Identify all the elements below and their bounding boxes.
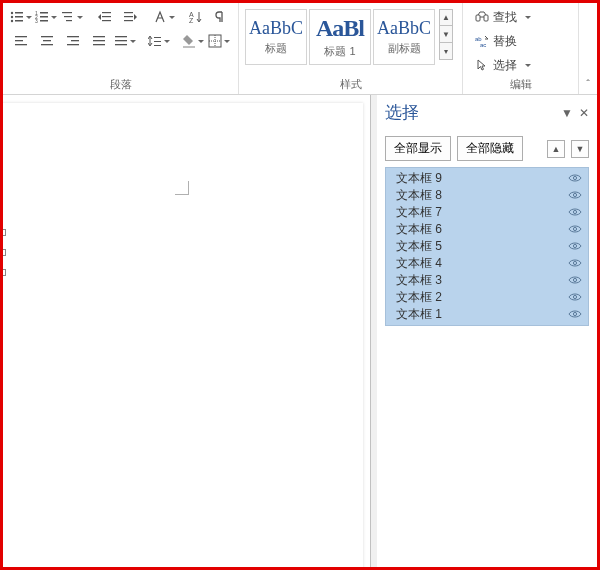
eye-icon[interactable] — [568, 223, 582, 237]
cursor-icon — [475, 58, 489, 72]
numbering-button[interactable]: 123 — [34, 7, 57, 27]
pane-close-button[interactable]: ✕ — [579, 106, 589, 120]
svg-rect-1 — [15, 12, 23, 14]
selection-list: 文本框 9文本框 8文本框 7文本框 6文本框 5文本框 4文本框 3文本框 2… — [385, 167, 589, 326]
selection-item-label: 文本框 9 — [396, 170, 442, 187]
hide-all-button[interactable]: 全部隐藏 — [457, 136, 523, 161]
selection-item[interactable]: 文本框 4 — [388, 255, 586, 272]
select-button[interactable]: 选择 — [471, 55, 570, 75]
move-up-button[interactable]: ▲ — [547, 140, 565, 158]
svg-rect-39 — [154, 41, 161, 42]
svg-rect-37 — [115, 44, 127, 45]
svg-rect-3 — [15, 16, 23, 18]
selection-item[interactable]: 文本框 8 — [388, 187, 586, 204]
eye-icon[interactable] — [568, 274, 582, 288]
svg-rect-20 — [124, 20, 133, 21]
eye-icon[interactable] — [568, 206, 582, 220]
svg-rect-33 — [93, 40, 105, 41]
svg-rect-14 — [66, 20, 72, 21]
svg-point-51 — [573, 210, 576, 213]
eye-icon[interactable] — [568, 240, 582, 254]
svg-rect-12 — [62, 12, 72, 13]
collapse-ribbon-button[interactable]: ˆ — [579, 3, 597, 94]
eye-icon[interactable] — [568, 257, 582, 271]
svg-rect-19 — [124, 16, 133, 17]
selection-item-label: 文本框 4 — [396, 255, 442, 272]
eye-icon[interactable] — [568, 172, 582, 186]
svg-point-50 — [573, 193, 576, 196]
shading-button[interactable] — [181, 31, 205, 51]
svg-rect-27 — [43, 40, 51, 41]
decrease-indent-button[interactable] — [93, 7, 116, 27]
gallery-down-button[interactable]: ▼ — [439, 26, 453, 43]
increase-indent-button[interactable] — [119, 7, 142, 27]
svg-rect-23 — [15, 36, 27, 37]
align-left-button[interactable] — [9, 31, 33, 51]
line-spacing-button[interactable] — [147, 31, 171, 51]
selection-item[interactable]: 文本框 6 — [388, 221, 586, 238]
selection-item-label: 文本框 3 — [396, 272, 442, 289]
replace-label: 替换 — [493, 33, 517, 50]
svg-text:Z: Z — [189, 17, 194, 24]
svg-rect-24 — [15, 40, 23, 41]
selection-pane-title: 选择 — [385, 101, 419, 124]
selection-item[interactable]: 文本框 1 — [388, 306, 586, 323]
selection-item-label: 文本框 5 — [396, 238, 442, 255]
pane-dropdown-button[interactable]: ▼ — [561, 106, 573, 120]
eye-icon[interactable] — [568, 291, 582, 305]
selection-item[interactable]: 文本框 7 — [388, 204, 586, 221]
svg-rect-9 — [40, 16, 48, 18]
svg-rect-26 — [41, 36, 53, 37]
replace-button[interactable]: abac 替换 — [471, 31, 570, 51]
find-button[interactable]: 查找 — [471, 7, 570, 27]
svg-rect-41 — [183, 46, 195, 48]
svg-rect-11 — [40, 20, 48, 22]
edit-group-label: 编辑 — [471, 75, 570, 92]
selection-item[interactable]: 文本框 9 — [388, 170, 586, 187]
show-marks-button[interactable] — [209, 7, 232, 27]
selection-item[interactable]: 文本框 2 — [388, 289, 586, 306]
move-down-button[interactable]: ▼ — [571, 140, 589, 158]
gallery-more-button[interactable]: ▾ — [439, 43, 453, 60]
selection-item-label: 文本框 8 — [396, 187, 442, 204]
svg-point-53 — [573, 244, 576, 247]
document-area[interactable] — [3, 95, 371, 567]
binoculars-icon — [475, 10, 489, 24]
borders-button[interactable] — [207, 31, 231, 51]
selection-pane: 选择 ▼ ✕ 全部显示 全部隐藏 ▲ ▼ 文本框 9文本框 8文本框 7文本框 … — [377, 95, 597, 567]
replace-icon: abac — [475, 34, 489, 48]
selection-item-label: 文本框 1 — [396, 306, 442, 323]
eye-icon[interactable] — [568, 308, 582, 322]
align-distributed-button[interactable] — [113, 31, 137, 51]
styles-gallery-controls: ▲ ▼ ▾ — [439, 9, 453, 60]
align-center-button[interactable] — [35, 31, 59, 51]
svg-rect-35 — [115, 36, 127, 37]
asian-layout-button[interactable] — [152, 7, 175, 27]
svg-rect-13 — [64, 16, 72, 17]
ribbon: 123 AZ — [3, 3, 597, 95]
selection-item[interactable]: 文本框 5 — [388, 238, 586, 255]
selection-item[interactable]: 文本框 3 — [388, 272, 586, 289]
svg-point-2 — [11, 16, 13, 18]
align-justify-button[interactable] — [87, 31, 111, 51]
style-card[interactable]: AaBbC副标题 — [373, 9, 435, 65]
style-name-label: 标题 — [265, 41, 287, 56]
style-card[interactable]: AaBbC标题 — [245, 9, 307, 65]
bullets-button[interactable] — [9, 7, 32, 27]
svg-point-4 — [11, 20, 13, 22]
group-edit: 查找 abac 替换 选择 编辑 — [463, 3, 579, 94]
styles-group-label: 样式 — [245, 75, 456, 92]
svg-point-49 — [573, 176, 576, 179]
eye-icon[interactable] — [568, 189, 582, 203]
gallery-up-button[interactable]: ▲ — [439, 9, 453, 26]
align-right-button[interactable] — [61, 31, 85, 51]
show-all-button[interactable]: 全部显示 — [385, 136, 451, 161]
sort-button[interactable]: AZ — [183, 7, 206, 27]
svg-point-52 — [573, 227, 576, 230]
svg-point-56 — [573, 295, 576, 298]
workspace: 选择 ▼ ✕ 全部显示 全部隐藏 ▲ ▼ 文本框 9文本框 8文本框 7文本框 … — [3, 95, 597, 567]
style-preview: AaBl — [316, 16, 364, 40]
multilevel-list-button[interactable] — [60, 7, 83, 27]
svg-rect-17 — [102, 20, 111, 21]
style-card[interactable]: AaBl标题 1 — [309, 9, 371, 65]
